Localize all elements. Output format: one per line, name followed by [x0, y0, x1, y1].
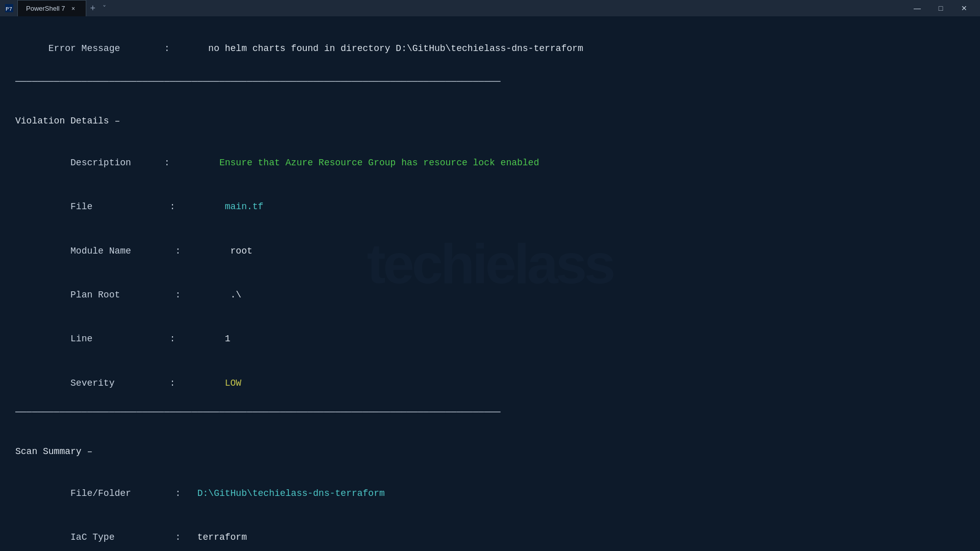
- folder-label: File/Folder :: [48, 488, 198, 498]
- file-label: File :: [48, 202, 225, 212]
- terminal-content: Error Message : no helm charts found in …: [15, 27, 965, 551]
- separator-2: ────────────────────────────────────────…: [15, 405, 965, 420]
- error-value: no helm charts found in directory D:\Git…: [208, 43, 583, 54]
- file-value: main.tf: [225, 202, 264, 212]
- tab-close-button[interactable]: ×: [69, 5, 78, 13]
- plan-root-label: Plan Root :: [48, 290, 230, 300]
- window-controls: — □ ✕: [905, 0, 976, 16]
- severity-value: LOW: [225, 378, 241, 388]
- error-colon: :: [120, 43, 208, 54]
- description-value: Ensure that Azure Resource Group has res…: [219, 158, 540, 168]
- severity-line: Severity : LOW: [15, 361, 965, 405]
- terminal-window: techielass Error Message : no helm chart…: [0, 16, 980, 551]
- plan-root-line: Plan Root : .\: [15, 273, 965, 317]
- close-window-button[interactable]: ✕: [952, 0, 976, 16]
- tab-label: PowerShell 7: [26, 5, 65, 12]
- folder-value: D:\GitHub\techielass-dns-terraform: [197, 488, 384, 498]
- maximize-button[interactable]: □: [929, 0, 952, 16]
- new-tab-button[interactable]: +: [86, 3, 100, 14]
- terminal-tab[interactable]: PowerShell 7 ×: [17, 0, 86, 16]
- line-value: 1: [225, 334, 231, 344]
- module-line: Module Name : root: [15, 229, 965, 273]
- file-line: File : main.tf: [15, 185, 965, 229]
- module-value: root: [230, 246, 252, 256]
- titlebar: P7 PowerShell 7 × + ˅ — □ ✕: [0, 0, 980, 16]
- scan-summary-header: Scan Summary –: [15, 444, 965, 459]
- iac-label: IaC Type :: [48, 532, 198, 542]
- line-number-line: Line : 1: [15, 317, 965, 361]
- iac-line: IaC Type : terraform: [15, 515, 965, 551]
- tab-dropdown-button[interactable]: ˅: [100, 4, 109, 12]
- line-label: Line :: [48, 334, 225, 344]
- description-label: Description :: [48, 158, 219, 168]
- iac-value: terraform: [197, 532, 247, 542]
- error-label: Error Message: [48, 43, 120, 54]
- severity-label: Severity :: [48, 378, 225, 388]
- svg-text:P7: P7: [6, 6, 12, 12]
- error-message-line: Error Message : no helm charts found in …: [15, 27, 965, 70]
- powershell-icon: P7: [4, 3, 14, 13]
- module-label: Module Name :: [48, 246, 230, 256]
- description-line: Description : Ensure that Azure Resource…: [15, 141, 965, 185]
- violation-header: Violation Details –: [15, 114, 965, 129]
- plan-root-value: .\: [230, 290, 241, 300]
- separator-1: ────────────────────────────────────────…: [15, 74, 965, 89]
- folder-line: File/Folder : D:\GitHub\techielass-dns-t…: [15, 471, 965, 515]
- minimize-button[interactable]: —: [905, 0, 929, 16]
